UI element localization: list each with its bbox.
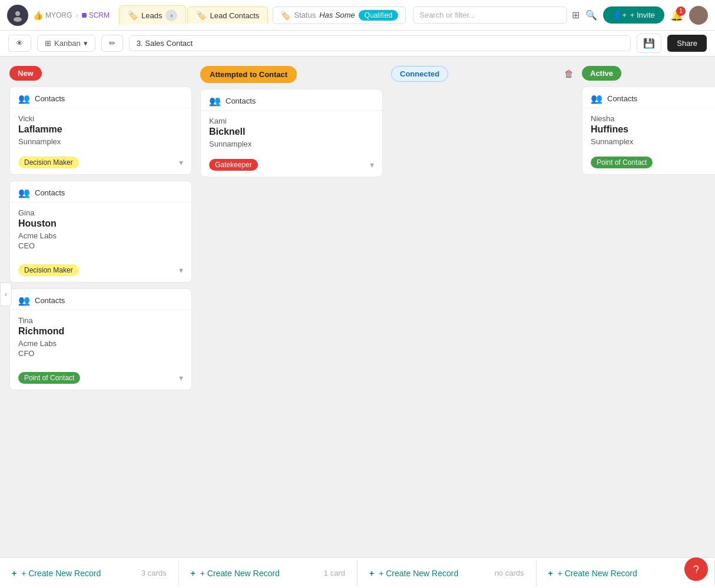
card-company: Sunnamplex xyxy=(591,137,715,146)
view-name-input[interactable] xyxy=(129,35,631,51)
create-label: + Create New Record xyxy=(558,569,637,578)
contacts-icon: 👥 xyxy=(18,295,30,306)
column-header-active: Active xyxy=(582,66,715,81)
card-first-name: Niesha xyxy=(591,114,715,123)
card-company: Acme Labs xyxy=(18,339,183,348)
card-first-name: Gina xyxy=(18,208,183,217)
kanban-card[interactable]: 👥Contacts Gina Houston Acme Labs CEO Dec… xyxy=(9,181,192,283)
card-first-name: Vicki xyxy=(18,114,183,123)
contacts-icon: 👥 xyxy=(209,95,221,107)
card-last-name: Huffines xyxy=(591,124,715,135)
card-role: CEO xyxy=(18,241,183,250)
role-badge: Point of Contact xyxy=(18,372,80,384)
kanban-card[interactable]: 👥Contacts Kami Bicknell Sunnamplex Gatek… xyxy=(200,89,383,177)
svg-point-1 xyxy=(14,17,22,22)
search-bar[interactable]: Search or filter... xyxy=(413,6,567,24)
card-section-label: Contacts xyxy=(607,94,637,103)
svg-point-2 xyxy=(696,11,701,16)
help-button[interactable] xyxy=(684,557,708,581)
tab-leads[interactable]: 🏷️ Leads › xyxy=(119,5,186,25)
card-body: Gina Houston Acme Labs CEO xyxy=(10,202,191,261)
card-menu-icon[interactable]: ▾ xyxy=(179,158,183,167)
card-count: no cards xyxy=(495,569,524,577)
card-footer: Point of Contact ▾ xyxy=(10,368,191,390)
tab-lead-contacts[interactable]: 🏷️ Lead Contacts xyxy=(187,6,268,24)
card-footer: Decision Maker ▾ xyxy=(10,153,191,174)
qualified-badge[interactable]: Qualified xyxy=(359,10,398,21)
notification-button[interactable]: 🔔 1 xyxy=(670,9,683,22)
role-badge: Decision Maker xyxy=(18,157,79,168)
breadcrumb: 👍 MYORG › SCRM xyxy=(33,11,110,20)
user-profile-avatar[interactable] xyxy=(689,6,708,25)
leads-icon: 🏷️ xyxy=(128,11,138,20)
role-badge: Gatekeeper xyxy=(209,159,258,171)
column-active: Active👥Contacts Niesha Huffines Sunnampl… xyxy=(582,66,715,557)
save-icon: 💾 xyxy=(643,38,655,48)
card-company: Acme Labs xyxy=(18,231,183,240)
card-first-name: Kami xyxy=(209,117,374,125)
create-new-attempted[interactable]: ++ Create New Record1 card xyxy=(179,560,358,586)
card-first-name: Tina xyxy=(18,316,183,325)
card-footer: Gatekeeper ▾ xyxy=(201,155,382,177)
card-section-label: Contacts xyxy=(35,296,65,305)
scrm-label[interactable]: SCRM xyxy=(82,11,110,19)
card-header: 👥Contacts xyxy=(582,87,715,108)
card-header: 👥Contacts xyxy=(10,289,191,310)
plus-icon: + xyxy=(191,569,196,578)
column-attempted: Attempted to Contact👥Contacts Kami Bickn… xyxy=(200,66,383,557)
navbar: 👍 MYORG › SCRM 🏷️ Leads › 🏷️ Lead Contac… xyxy=(0,0,715,31)
collapse-sidebar-arrow[interactable]: ‹ xyxy=(0,283,12,306)
bottom-bar: ++ Create New Record3 cards++ Create New… xyxy=(0,557,715,588)
card-role: CFO xyxy=(18,349,183,358)
edit-view-button[interactable]: ✏ xyxy=(101,35,123,52)
plus-icon: + xyxy=(548,569,553,578)
invite-button[interactable]: 👤+ + Invite xyxy=(603,6,664,24)
column-connected: Connected🗑 xyxy=(391,66,574,557)
nav-tabs: 🏷️ Leads › 🏷️ Lead Contacts xyxy=(119,5,268,25)
svg-point-3 xyxy=(694,17,703,22)
card-footer: Point of Contact ▾ xyxy=(582,153,715,174)
card-company: Sunnamplex xyxy=(209,139,374,148)
org-label[interactable]: 👍 MYORG xyxy=(33,11,72,20)
contacts-icon: 👥 xyxy=(591,93,603,104)
leads-arrow[interactable]: › xyxy=(165,9,177,21)
search-placeholder: Search or filter... xyxy=(419,11,475,19)
card-last-name: Laflamme xyxy=(18,124,183,135)
create-new-new[interactable]: ++ Create New Record3 cards xyxy=(0,560,179,586)
card-section-label: Contacts xyxy=(35,94,65,103)
save-button[interactable]: 💾 xyxy=(637,34,661,53)
delete-column-icon[interactable]: 🗑 xyxy=(564,69,574,79)
breadcrumb-sep: › xyxy=(75,11,78,19)
view-toggle-button[interactable]: 👁 xyxy=(8,35,31,52)
share-button[interactable]: Share xyxy=(667,35,707,52)
eye-icon: 👁 xyxy=(16,39,24,48)
column-header-new: New xyxy=(9,66,192,81)
edit-icon: ✏ xyxy=(109,39,115,48)
kanban-button[interactable]: ⊞ Kanban ▾ xyxy=(37,35,95,52)
card-menu-icon[interactable]: ▾ xyxy=(370,160,374,170)
svg-point-0 xyxy=(15,11,20,16)
kanban-card[interactable]: 👥Contacts Vicki Laflamme Sunnamplex Deci… xyxy=(9,87,192,175)
grid-icon[interactable]: ⊞ xyxy=(572,9,580,21)
kanban-card[interactable]: 👥Contacts Niesha Huffines Sunnamplex Poi… xyxy=(582,87,715,175)
role-badge: Point of Contact xyxy=(591,157,653,168)
card-company: Sunnamplex xyxy=(18,137,183,146)
kanban-dropdown-icon: ▾ xyxy=(84,39,88,48)
card-menu-icon[interactable]: ▾ xyxy=(179,265,183,275)
card-body: Niesha Huffines Sunnamplex xyxy=(582,108,715,153)
card-body: Kami Bicknell Sunnamplex xyxy=(201,111,382,155)
kanban-card[interactable]: 👥Contacts Tina Richmond Acme Labs CFO Po… xyxy=(9,288,192,390)
column-label-new: New xyxy=(9,66,42,81)
column-new: New👥Contacts Vicki Laflamme Sunnamplex D… xyxy=(9,66,192,557)
status-filter[interactable]: 🏷️ Status Has Some Qualified xyxy=(273,6,406,24)
scrm-icon xyxy=(82,13,87,18)
card-menu-icon[interactable]: ▾ xyxy=(179,373,183,383)
user-avatar-icon[interactable] xyxy=(7,5,28,26)
card-count: 3 cards xyxy=(141,569,167,577)
search-icon[interactable]: 🔍 xyxy=(585,9,597,21)
card-footer: Decision Maker ▾ xyxy=(10,261,191,282)
create-new-connected[interactable]: ++ Create New Recordno cards xyxy=(358,560,537,586)
kanban-icon: ⊞ xyxy=(45,39,51,48)
contacts-icon: 👥 xyxy=(18,187,30,198)
svg-point-5 xyxy=(696,572,697,573)
